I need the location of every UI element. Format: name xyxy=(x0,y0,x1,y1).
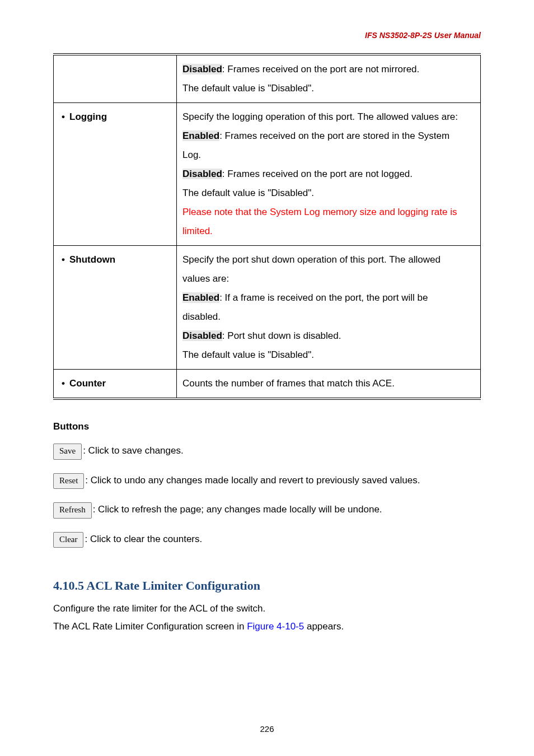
button-description-row: Reset: Click to undo any changes made lo… xyxy=(53,473,481,489)
warning-text: Please note that the System Log memory s… xyxy=(182,207,457,217)
page-number: 226 xyxy=(0,724,534,734)
body-text-line: Configure the rate limiter for the ACL o… xyxy=(53,600,481,618)
table-row: Disabled: Frames received on the port ar… xyxy=(54,54,481,103)
param-label-cell: •Shutdown xyxy=(54,246,177,370)
button-description-text: : Click to undo any changes made locally… xyxy=(85,475,420,486)
param-label-cell: •Logging xyxy=(54,103,177,246)
highlight-disabled: Disabled xyxy=(182,169,222,179)
table-row: •Logging Specify the logging operation o… xyxy=(54,103,481,246)
button-description-text: : Click to save changes. xyxy=(83,445,184,456)
refresh-button[interactable]: Refresh xyxy=(53,502,92,519)
table-row: •Counter Counts the number of frames tha… xyxy=(54,370,481,399)
body-text-fragment: The ACL Rate Limiter Configuration scree… xyxy=(53,621,247,632)
button-description-row: Clear: Click to clear the counters. xyxy=(53,532,481,548)
figure-link[interactable]: Figure 4-10-5 xyxy=(247,621,304,632)
highlight-disabled: Disabled xyxy=(182,330,222,341)
param-body-cell: Specify the port shut down operation of … xyxy=(177,246,481,370)
save-button[interactable]: Save xyxy=(53,444,82,460)
warning-text: limited. xyxy=(182,226,213,236)
doc-header-right: IFS NS3502-8P-2S User Manual xyxy=(365,31,481,40)
param-body-cell: Counts the number of frames that match t… xyxy=(177,370,481,399)
bullet-icon: • xyxy=(62,250,69,269)
highlight-disabled: Disabled xyxy=(182,64,222,74)
param-body-cell: Disabled: Frames received on the port ar… xyxy=(177,54,481,103)
button-description-row: Refresh: Click to refresh the page; any … xyxy=(53,502,481,519)
table-row: •Shutdown Specify the port shut down ope… xyxy=(54,246,481,370)
clear-button[interactable]: Clear xyxy=(53,532,83,548)
param-label-cell: •Counter xyxy=(54,370,177,399)
parameter-table: Disabled: Frames received on the port ar… xyxy=(53,53,481,400)
body-text-fragment: appears. xyxy=(304,621,344,632)
buttons-heading: Buttons xyxy=(53,421,481,432)
highlight-enabled: Enabled xyxy=(182,292,219,303)
button-description-text: : Click to clear the counters. xyxy=(85,534,202,544)
button-description-row: Save: Click to save changes. xyxy=(53,444,481,460)
param-body-cell: Specify the logging operation of this po… xyxy=(177,103,481,246)
bullet-icon: • xyxy=(62,108,69,127)
bullet-icon: • xyxy=(62,374,69,393)
param-label-cell xyxy=(54,54,177,103)
highlight-enabled: Enabled xyxy=(182,130,219,141)
button-description-text: : Click to refresh the page; any changes… xyxy=(93,504,382,515)
reset-button[interactable]: Reset xyxy=(53,473,84,489)
body-text-line: The ACL Rate Limiter Configuration scree… xyxy=(53,618,481,636)
subsection-heading: 4.10.5 ACL Rate Limiter Configuration xyxy=(53,578,481,593)
